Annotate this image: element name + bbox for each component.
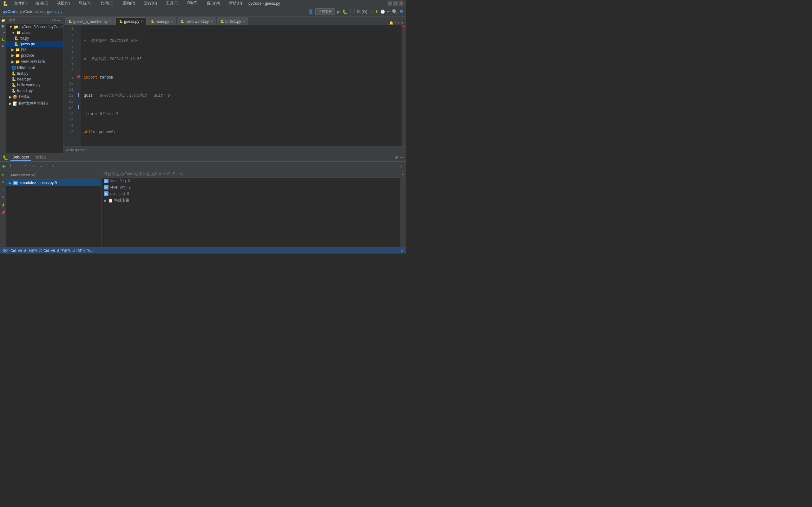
pin-icon[interactable]: 📌 — [1, 210, 6, 215]
thread-selector[interactable]: MainThread — [9, 172, 36, 178]
menu-nav[interactable]: 导航(N) — [76, 0, 94, 7]
tree-oj-folder[interactable]: ▶ 📁 OJ — [6, 47, 63, 53]
menu-file[interactable]: 文件(F) — [12, 0, 29, 7]
tab-label: guess.py — [124, 19, 139, 24]
tab-close-btn[interactable]: ✕ — [141, 20, 143, 23]
tree-item-label: turtle1.py — [17, 89, 33, 93]
step-into-btn[interactable]: ↓ — [15, 163, 21, 169]
minimize-button[interactable]: ─ — [388, 1, 392, 6]
debug-threads: MainThread ▶ m <module>, guess.py:9 — [6, 170, 101, 247]
step-out-btn[interactable]: ↑ — [22, 163, 29, 169]
menu-run[interactable]: 运行(U) — [142, 0, 159, 7]
rerun-icon[interactable]: ↺ — [1, 194, 6, 200]
tree-external-libs[interactable]: ▶ 📦 外部库 — [6, 94, 63, 100]
menu-git[interactable]: Git(G) — [185, 0, 200, 7]
menu-view[interactable]: 视图(V) — [55, 0, 72, 7]
git-clock[interactable]: 🕐 — [380, 9, 385, 14]
tab-hello-world[interactable]: 🐍 hello world.py ✕ — [177, 17, 216, 25]
tree-venv-folder[interactable]: ▶ 📁 venv 库根目录 — [6, 58, 63, 65]
tab-close-btn[interactable]: ✕ — [170, 20, 173, 23]
settings2-icon[interactable]: ⚡ — [1, 202, 6, 207]
resume-icon[interactable]: ▶ — [1, 172, 6, 177]
tab-turtle[interactable]: 🐍 turtle1.py ✕ — [217, 17, 248, 25]
tree-item-label: hello world.py — [17, 83, 40, 87]
expression-input[interactable] — [101, 170, 400, 178]
menu-tools[interactable]: 工具(T) — [163, 0, 181, 7]
notification-close-btn[interactable]: ✕ — [401, 249, 403, 253]
run-button[interactable]: ▶ — [337, 9, 340, 14]
tab-close-btn[interactable]: ✕ — [109, 20, 111, 23]
close-button[interactable]: ✕ — [399, 1, 403, 6]
code-line-1: # 脚本编号：20222108 多乐 — [84, 38, 399, 44]
stop-icon[interactable]: ⬛ — [1, 187, 6, 192]
sidebar-git-icon[interactable]: ⎇ — [1, 31, 6, 36]
tree-class-folder[interactable]: ▼ 📁 class — [6, 30, 63, 36]
menu-edit[interactable]: 编辑(E) — [33, 0, 51, 7]
tree-bilibili-html[interactable]: 🌐 bilibili.html — [6, 65, 63, 71]
tree-heart-py[interactable]: 🐍 heart.py — [6, 76, 63, 82]
thread-header: MainThread — [6, 170, 101, 180]
search-button[interactable]: 🔍 — [392, 9, 397, 14]
tree-for-py[interactable]: 🐍 for.py — [6, 36, 63, 41]
tab-guess-a-number[interactable]: 🐍 guess_a_number.py ✕ — [65, 17, 115, 25]
plus-icon[interactable]: + — [401, 172, 406, 177]
tree-item-label: first.py — [17, 71, 28, 76]
menu-help[interactable]: 帮助(H) — [226, 0, 245, 7]
tree-guess-py[interactable]: 🐍 guess.py — [6, 41, 63, 47]
tab-close-btn[interactable]: ✕ — [210, 20, 213, 23]
breadcrumb-file[interactable]: guess.py — [47, 9, 62, 14]
sidebar-run-icon[interactable]: ▶ — [1, 43, 6, 48]
stack-frame-item[interactable]: ▶ m <module>, guess.py:9 — [6, 180, 101, 186]
resume-btn[interactable]: ▶ — [3, 164, 6, 169]
special-vars[interactable]: ▶ 📋 特殊变量 — [101, 197, 400, 204]
settings-button[interactable]: ⚙ — [399, 9, 403, 14]
pause-icon[interactable]: ⏸ — [1, 179, 6, 184]
tree-scratch[interactable]: ▶ 📝 临时文件和控制台 — [6, 100, 63, 107]
tree-pycode-root[interactable]: ▼ 📁 pyCode D:\ccode\pyCode — [6, 24, 63, 30]
git-update[interactable]: ⬆ — [375, 9, 378, 14]
breadcrumb-root[interactable]: pyCode — [20, 9, 33, 14]
git-undo[interactable]: ↩ — [387, 9, 390, 14]
settings-icon[interactable]: ⚙ — [54, 18, 57, 22]
tab-guess[interactable]: 🐍 guess.py ✕ — [115, 17, 147, 25]
tab-main[interactable]: 🐍 main.py ✕ — [147, 17, 176, 25]
code-content[interactable]: # 脚本编号：20222108 多乐 # 开发时间：2023/3/2 18:55… — [81, 25, 402, 147]
app-logo: pyCode — [3, 9, 18, 14]
force-step-btn[interactable]: ⤷ — [38, 163, 44, 169]
code-editor[interactable]: 12345 678910 1112131415 161718 — [63, 25, 406, 147]
minimize-icon[interactable]: — — [400, 155, 403, 160]
user-icon[interactable]: 👤 — [308, 9, 313, 14]
tree-practice-folder[interactable]: ▶ 📁 practice — [6, 53, 63, 58]
code-line-3: import random — [84, 75, 399, 81]
tab-close-btn[interactable]: ✕ — [242, 20, 245, 23]
tree-turtle-py[interactable]: 🐍 turtle1.py — [6, 88, 63, 94]
git-check[interactable]: ✓ — [370, 9, 373, 14]
tab-label: main.py — [156, 19, 169, 24]
tree-hello-world-py[interactable]: 🐍 hello world.py — [6, 82, 63, 88]
menu-code[interactable]: 代码(C) — [98, 0, 116, 7]
stop-button[interactable]: ⬛ — [350, 9, 355, 14]
evaluate-btn[interactable]: ≡ — [49, 163, 56, 169]
breadcrumb-class[interactable]: class — [36, 9, 44, 14]
add-icon[interactable]: + — [51, 18, 53, 22]
sidebar-project-icon[interactable]: 📁 — [1, 18, 6, 23]
breakpoint-marker[interactable] — [77, 75, 80, 78]
run-to-cursor-btn[interactable]: ↪ — [30, 163, 37, 169]
collapse-icon[interactable]: — — [57, 18, 61, 22]
menu-refactor[interactable]: 重构(R) — [120, 0, 138, 7]
sidebar-search-icon[interactable]: 🔍 — [1, 24, 6, 29]
root-folder-icon: 📁 — [14, 25, 18, 29]
menu-window[interactable]: 窗口(W) — [204, 0, 223, 7]
tab-debugger[interactable]: Debugger — [10, 154, 31, 161]
tab-console[interactable]: 控制台 — [34, 154, 49, 161]
debug-run-button[interactable]: 🐛 — [342, 9, 348, 14]
layout-icon[interactable]: ⊞ — [400, 164, 403, 168]
tree-first-py[interactable]: 🐍 first.py — [6, 71, 63, 76]
sidebar-debug-icon[interactable]: 🐛 — [1, 37, 6, 42]
expand-all-icon[interactable]: ↕ — [401, 178, 406, 183]
maximize-button[interactable]: □ — [393, 1, 398, 6]
step-over-btn[interactable]: ⤵ — [7, 163, 14, 169]
html-file-icon: 🌐 — [11, 66, 16, 70]
settings-icon[interactable]: ⚙ — [395, 155, 398, 160]
current-file-button[interactable]: 当前文件 — [315, 8, 335, 15]
